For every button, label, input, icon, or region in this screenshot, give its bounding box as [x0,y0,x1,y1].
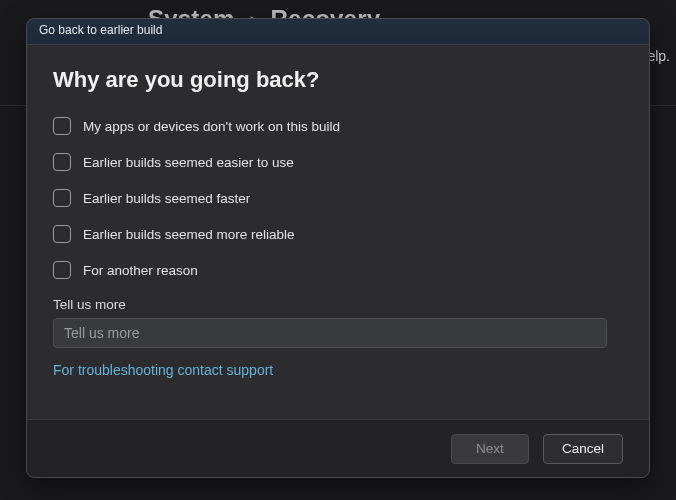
reason-option: Earlier builds seemed faster [53,189,623,207]
checkbox-label[interactable]: Earlier builds seemed easier to use [83,155,294,170]
checkbox-faster[interactable] [53,189,71,207]
go-back-dialog: Go back to earlier build Why are you goi… [26,18,650,478]
checkbox-label[interactable]: For another reason [83,263,198,278]
reason-option: Earlier builds seemed easier to use [53,153,623,171]
checkbox-label[interactable]: Earlier builds seemed faster [83,191,250,206]
reason-option: My apps or devices don't work on this bu… [53,117,623,135]
support-link[interactable]: For troubleshooting contact support [53,362,273,378]
checkbox-reliable[interactable] [53,225,71,243]
tell-us-more-input[interactable] [53,318,607,348]
dialog-heading: Why are you going back? [53,67,623,93]
checkbox-other[interactable] [53,261,71,279]
checkbox-label[interactable]: My apps or devices don't work on this bu… [83,119,340,134]
dialog-titlebar: Go back to earlier build [27,19,649,45]
checkbox-label[interactable]: Earlier builds seemed more reliable [83,227,295,242]
checkbox-easier[interactable] [53,153,71,171]
dialog-title: Go back to earlier build [39,23,162,37]
tell-us-more-label: Tell us more [53,297,623,312]
reason-option: For another reason [53,261,623,279]
reason-option: Earlier builds seemed more reliable [53,225,623,243]
dialog-footer: Next Cancel [27,419,649,477]
checkbox-apps-devices[interactable] [53,117,71,135]
dialog-body: Why are you going back? My apps or devic… [27,45,649,419]
cancel-button[interactable]: Cancel [543,434,623,464]
next-button[interactable]: Next [451,434,529,464]
